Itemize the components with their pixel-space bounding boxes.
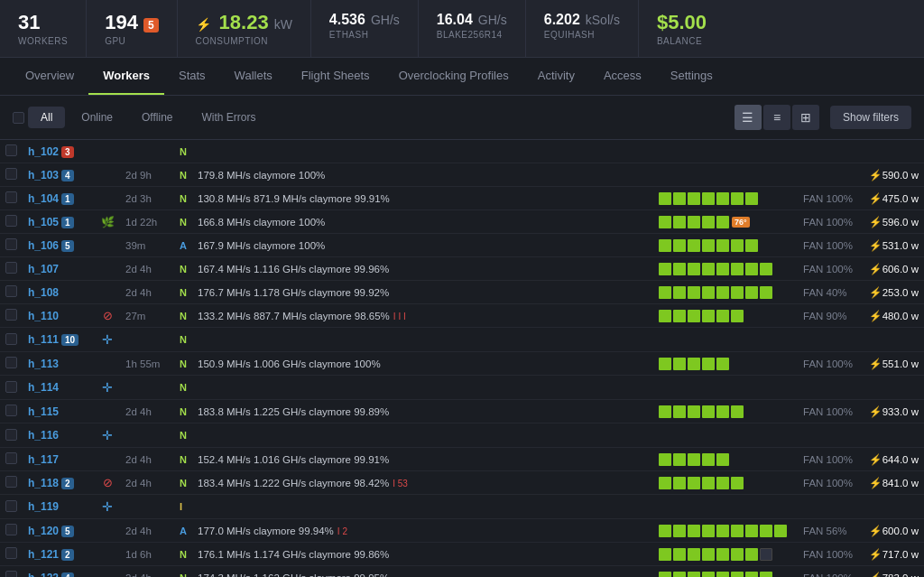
tab-workers[interactable]: Workers [88, 58, 164, 95]
worker-name-cell: h_1051 [23, 210, 95, 234]
worker-name[interactable]: h_110 [28, 310, 59, 322]
badge: 3 [61, 146, 74, 158]
worker-name[interactable]: h_121 [28, 548, 59, 561]
cross-icon: ✛ [102, 428, 113, 442]
hash-error: I I I [393, 312, 406, 321]
row-checkbox[interactable] [5, 476, 17, 488]
worker-name-cell: h_1205 [23, 519, 95, 543]
worker-power [861, 376, 924, 400]
worker-name[interactable]: h_122 [28, 572, 59, 577]
row-checkbox[interactable] [5, 381, 17, 393]
power-value: 590.0 w [882, 170, 919, 181]
gpu-bar [716, 286, 729, 299]
worker-name[interactable]: h_118 [28, 477, 59, 489]
worker-status: N [174, 400, 192, 423]
worker-name[interactable]: h_116 [28, 429, 59, 442]
view-grid-btn[interactable]: ⊞ [792, 105, 819, 130]
row-checkbox[interactable] [5, 144, 17, 156]
worker-name[interactable]: h_108 [28, 286, 59, 299]
view-list-btn[interactable]: ☰ [735, 105, 762, 130]
row-checkbox[interactable] [5, 215, 17, 227]
gpu-bar [716, 525, 729, 537]
power-icon: ⚡ [869, 454, 882, 465]
row-checkbox[interactable] [5, 524, 17, 535]
tab-overview[interactable]: Overview [11, 58, 88, 95]
worker-name[interactable]: h_105 [28, 216, 59, 228]
row-check-cell [0, 281, 23, 304]
tab-flightsheets[interactable]: Flight Sheets [287, 58, 384, 95]
worker-name[interactable]: h_113 [28, 358, 59, 370]
row-checkbox[interactable] [5, 262, 17, 274]
worker-name-cell: h_110 [23, 304, 95, 328]
worker-name[interactable]: h_119 [28, 500, 59, 513]
worker-name[interactable]: h_102 [28, 145, 59, 158]
row-checkbox[interactable] [5, 571, 17, 577]
worker-name[interactable]: h_106 [28, 239, 59, 252]
worker-name[interactable]: h_115 [28, 405, 59, 418]
gpu-bar [702, 310, 715, 322]
row-checkbox[interactable] [5, 191, 17, 203]
worker-name[interactable]: h_104 [28, 192, 59, 205]
worker-name-cell: h_116 [23, 423, 95, 448]
badge: 2 [61, 478, 74, 489]
show-filters-button[interactable]: Show filters [830, 106, 911, 129]
stat-equihash-value: 6.202 [544, 11, 580, 28]
worker-name[interactable]: h_117 [28, 453, 59, 466]
stat-blake-value: 16.04 [437, 11, 473, 28]
row-checkbox[interactable] [5, 333, 17, 345]
row-check-cell [0, 400, 23, 423]
row-checkbox[interactable] [5, 429, 17, 441]
select-all-checkbox[interactable] [13, 112, 24, 124]
worker-power: ⚡253.0 w [861, 281, 924, 304]
row-checkbox[interactable] [5, 285, 17, 297]
worker-name[interactable]: h_111 [28, 333, 59, 346]
gpu-bar [702, 405, 715, 418]
badge: 5 [61, 240, 74, 252]
tab-stats[interactable]: Stats [164, 58, 220, 95]
row-checkbox[interactable] [5, 168, 17, 180]
gpu-bar [716, 216, 729, 228]
tab-wallets[interactable]: Wallets [220, 58, 287, 95]
leaf-icon: 🌿 [101, 216, 115, 228]
row-checkbox[interactable] [5, 547, 17, 559]
gpu-bar [731, 192, 744, 205]
worker-name-cell: h_1224 [23, 566, 95, 577]
gpu-bar [659, 239, 671, 252]
row-checkbox[interactable] [5, 452, 17, 464]
gpu-bar [673, 239, 686, 252]
power-icon: ⚡ [869, 478, 882, 489]
row-checkbox[interactable] [5, 238, 17, 250]
worker-name[interactable]: h_120 [28, 525, 59, 537]
worker-fan [798, 495, 861, 519]
tab-settings[interactable]: Settings [656, 58, 727, 95]
gpu-bars [659, 192, 792, 205]
worker-name[interactable]: h_107 [28, 263, 59, 275]
gpu-bar [745, 192, 758, 205]
worker-uptime: 2d 4h [120, 519, 174, 543]
worker-gpubars [653, 140, 798, 163]
worker-name[interactable]: h_103 [28, 169, 59, 181]
filter-offline[interactable]: Offline [129, 107, 185, 128]
filter-all[interactable]: All [28, 107, 65, 128]
filter-errors[interactable]: With Errors [189, 107, 269, 128]
gpu-bar [688, 405, 700, 418]
power-value: 475.0 w [882, 193, 919, 204]
row-checkbox[interactable] [5, 357, 17, 368]
tab-activity[interactable]: Activity [523, 58, 589, 95]
worker-gpubars: 76° [653, 210, 798, 234]
gpu-bar [702, 239, 715, 252]
stat-consumption-label: CONSUMPTION [196, 36, 292, 46]
worker-status: N [174, 140, 192, 163]
gpu-bar [659, 405, 671, 418]
worker-name[interactable]: h_114 [28, 381, 59, 394]
cross-icon: ✛ [102, 332, 113, 347]
filter-online[interactable]: Online [69, 107, 125, 128]
tab-access[interactable]: Access [589, 58, 656, 95]
row-checkbox[interactable] [5, 500, 17, 512]
tab-oc-profiles[interactable]: Overclocking Profiles [384, 58, 523, 95]
view-compact-btn[interactable]: ≡ [763, 105, 790, 130]
row-checkbox[interactable] [5, 309, 17, 321]
worker-power: ⚡531.0 w [861, 234, 924, 257]
row-checkbox[interactable] [5, 405, 17, 416]
gpu-bar [659, 310, 671, 322]
